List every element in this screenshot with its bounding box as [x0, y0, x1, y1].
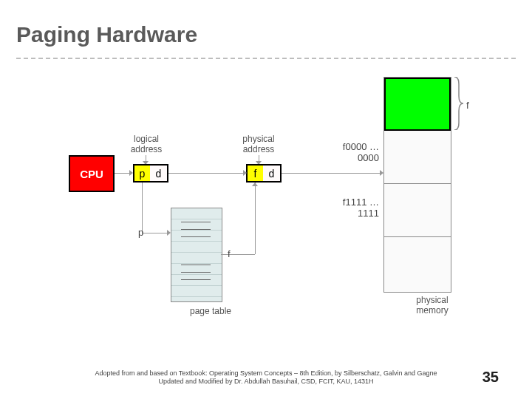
pt-entry-6 [181, 279, 211, 280]
arrow-d-copy [168, 173, 245, 174]
frame-size-label: f [466, 100, 469, 112]
arrow-p-down-h [142, 233, 168, 233]
page-number: 35 [482, 369, 499, 386]
arrow-cpu-logical-head [129, 170, 133, 176]
physical-offset-field: d [263, 164, 282, 183]
logical-address-label: logical address [124, 134, 168, 155]
page-table-label: page table [185, 307, 236, 317]
pt-entry-5 [181, 272, 211, 273]
arrow-f-head [252, 183, 258, 186]
brace-icon [453, 77, 463, 130]
footer-line-1: Adopted from and based on Textbook: Oper… [95, 369, 437, 377]
footer-line-2: Updated and Modified by Dr. Abdullah Bas… [158, 378, 373, 385]
d-char-right: d [269, 168, 275, 180]
arrow-f-h [221, 254, 255, 255]
arrow-physical-mem [282, 173, 381, 174]
pt-entry-2 [181, 229, 211, 230]
p-index-label: p [138, 228, 143, 239]
logical-offset-field: d [150, 164, 168, 183]
arrow-p-down-v [142, 183, 143, 233]
pt-entry-3 [181, 236, 211, 237]
pt-entry-4 [181, 265, 211, 265]
cpu-block: CPU [69, 155, 115, 192]
frame-start-address: f0000 … 0000 [320, 142, 379, 164]
frame-1 [384, 131, 451, 184]
p-char: p [140, 168, 146, 180]
pt-entry-1 [181, 222, 211, 222]
physical-address-label: physical address [236, 134, 281, 155]
footer-citation: Adopted from and based on Textbook: Oper… [0, 369, 532, 386]
logical-page-field: p [133, 164, 151, 183]
frame-mapped [384, 78, 451, 131]
frame-size-brace [453, 77, 463, 130]
d-char-left: d [156, 168, 162, 180]
frame-3 [384, 237, 451, 292]
paging-diagram: CPU logical address physical address p d… [0, 0, 532, 399]
physical-frame-field: f [246, 164, 265, 183]
frame-2 [384, 184, 451, 237]
f-out-label: f [228, 249, 231, 260]
physical-memory [383, 77, 451, 293]
f-char: f [254, 168, 257, 180]
arrow-f-v [255, 183, 256, 254]
arrow-cpu-logical [115, 173, 131, 174]
physical-memory-label: physical memory [410, 296, 454, 316]
arrow-d-copy-head [243, 170, 247, 176]
frame-end-address: f1111 … 1111 [320, 197, 379, 219]
cpu-label: CPU [80, 168, 103, 180]
